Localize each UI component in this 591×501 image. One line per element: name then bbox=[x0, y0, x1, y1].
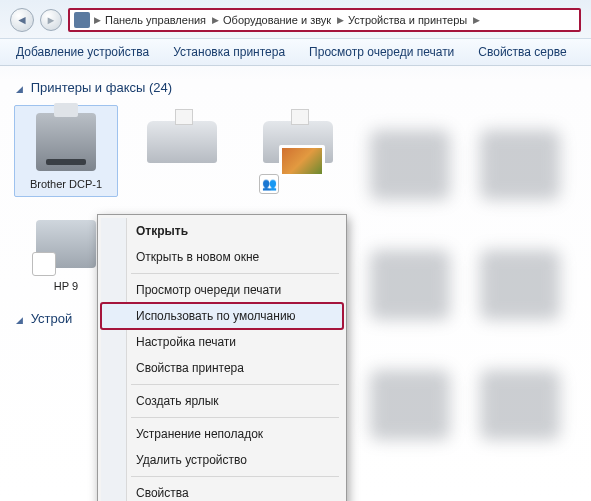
breadcrumb-item[interactable]: Панель управления bbox=[105, 14, 206, 26]
breadcrumb-bar[interactable]: ▶Панель управления ▶Оборудование и звук … bbox=[68, 8, 581, 32]
command-bar: Добавление устройства Установка принтера… bbox=[0, 38, 591, 66]
device-item[interactable] bbox=[130, 105, 234, 197]
menu-open-new-window[interactable]: Открыть в новом окне bbox=[101, 244, 343, 270]
blurred-device bbox=[480, 370, 560, 440]
chevron-right-icon: ▶ bbox=[94, 15, 101, 25]
chevron-right-icon: ▶ bbox=[337, 15, 344, 25]
mfp-icon bbox=[30, 110, 102, 174]
add-device-button[interactable]: Добавление устройства bbox=[16, 45, 149, 59]
photo-printer-icon bbox=[262, 110, 334, 174]
navigation-row: ◄ ► ▶Панель управления ▶Оборудование и з… bbox=[0, 0, 591, 38]
menu-properties[interactable]: Свойства bbox=[101, 480, 343, 501]
control-panel-icon bbox=[74, 12, 90, 28]
menu-separator bbox=[131, 417, 339, 418]
menu-printer-properties[interactable]: Свойства принтера bbox=[101, 355, 343, 381]
blurred-device bbox=[370, 370, 450, 440]
printer-icon bbox=[146, 110, 218, 174]
arrow-left-icon: ◄ bbox=[16, 13, 28, 27]
back-button[interactable]: ◄ bbox=[10, 8, 34, 32]
install-printer-button[interactable]: Установка принтера bbox=[173, 45, 285, 59]
menu-set-default[interactable]: Использовать по умолчанию bbox=[101, 303, 343, 329]
status-badge-icon: 👥 bbox=[259, 174, 279, 194]
collapse-icon: ◢ bbox=[16, 315, 23, 325]
forward-button[interactable]: ► bbox=[40, 9, 62, 31]
breadcrumb-item[interactable]: Оборудование и звук bbox=[223, 14, 331, 26]
explorer-window: ◄ ► ▶Панель управления ▶Оборудование и з… bbox=[0, 0, 591, 501]
collapse-icon: ◢ bbox=[16, 84, 23, 94]
chevron-right-icon: ▶ bbox=[473, 15, 480, 25]
menu-print-settings[interactable]: Настройка печати bbox=[101, 329, 343, 355]
blurred-device bbox=[370, 250, 450, 320]
device-item-selected[interactable]: Brother DCP-1 bbox=[14, 105, 118, 197]
menu-separator bbox=[131, 273, 339, 274]
context-menu: Открыть Открыть в новом окне Просмотр оч… bbox=[97, 214, 347, 501]
server-properties-button[interactable]: Свойства серве bbox=[478, 45, 566, 59]
arrow-right-icon: ► bbox=[46, 14, 57, 26]
menu-create-shortcut[interactable]: Создать ярлык bbox=[101, 388, 343, 414]
hp-printer-icon bbox=[30, 212, 102, 276]
printers-grid: Brother DCP-1 👥 bbox=[14, 105, 577, 197]
menu-view-queue[interactable]: Просмотр очереди печати bbox=[101, 277, 343, 303]
chevron-right-icon: ▶ bbox=[212, 15, 219, 25]
device-item[interactable]: 👥 bbox=[246, 105, 350, 197]
menu-open[interactable]: Открыть bbox=[101, 218, 343, 244]
breadcrumb-item[interactable]: Устройства и принтеры bbox=[348, 14, 467, 26]
section-header-printers[interactable]: ◢ Принтеры и факсы (24) bbox=[16, 80, 577, 95]
menu-remove-device[interactable]: Удалить устройство bbox=[101, 447, 343, 473]
menu-troubleshoot[interactable]: Устранение неполадок bbox=[101, 421, 343, 447]
blurred-device bbox=[370, 130, 450, 200]
menu-separator bbox=[131, 476, 339, 477]
device-label: Brother DCP-1 bbox=[30, 178, 102, 192]
view-queue-button[interactable]: Просмотр очереди печати bbox=[309, 45, 454, 59]
device-label: HP 9 bbox=[54, 280, 78, 294]
blurred-device bbox=[480, 130, 560, 200]
menu-separator bbox=[131, 384, 339, 385]
blurred-device bbox=[480, 250, 560, 320]
